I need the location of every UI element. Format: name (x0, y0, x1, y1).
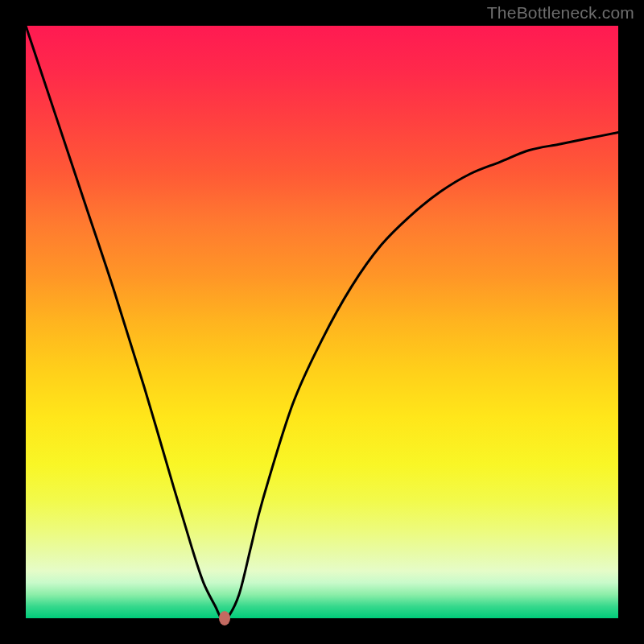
minimum-marker (219, 611, 230, 625)
bottleneck-curve-path (26, 26, 618, 618)
curve-svg (26, 26, 618, 618)
plot-area (26, 26, 618, 618)
chart-frame: TheBottleneck.com (0, 0, 644, 644)
watermark-text: TheBottleneck.com (487, 3, 634, 23)
